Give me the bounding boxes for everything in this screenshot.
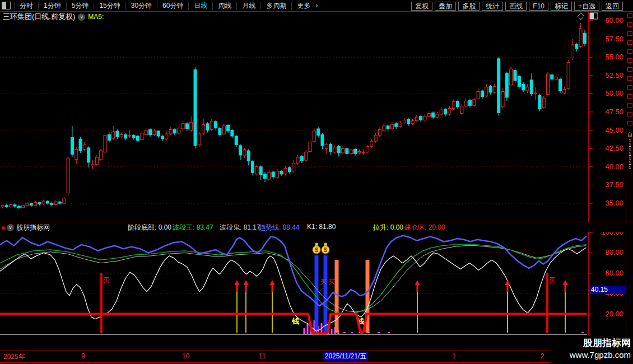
red-arrow-head: [244, 280, 249, 285]
candle-body: [185, 124, 188, 129]
toolbar-button-0[interactable]: 复权: [411, 2, 432, 11]
money-bag-icon: $: [315, 247, 318, 253]
ma5-label: MA5:: [88, 13, 104, 21]
indicator-field-1: 波段王: 83.47: [173, 223, 213, 232]
toolbar-button-2[interactable]: 多股: [458, 2, 480, 11]
candle-body: [387, 126, 389, 129]
side-strip-mark: [627, 103, 632, 108]
period-tab-9[interactable]: 多周期: [260, 2, 291, 10]
side-strip-mark: [627, 112, 632, 116]
toolbar-button-4[interactable]: 画线: [505, 2, 527, 11]
red-arrow-head: [270, 280, 275, 285]
candle-body: [79, 139, 82, 151]
candle-body: [22, 206, 25, 208]
period-tab-2[interactable]: 5分钟: [66, 2, 94, 10]
candle-body: [579, 29, 582, 46]
indicator-tick-label: 80.00: [605, 248, 623, 256]
price-tick-label: 55.00: [605, 53, 623, 61]
toolbar-button-1[interactable]: 叠加: [435, 2, 456, 11]
candle-body: [50, 203, 53, 205]
side-strip-mark: [627, 76, 632, 81]
candle-body: [202, 124, 205, 133]
candle-body: [390, 124, 393, 129]
chevron-down-icon[interactable]: ∨: [7, 224, 14, 231]
candle-body: [252, 162, 254, 173]
candle-body: [100, 151, 103, 160]
side-strip-mark: [627, 22, 632, 27]
candle-body: [378, 129, 381, 135]
candle-body: [137, 136, 139, 141]
indicator-name[interactable]: 股朋指标网: [16, 223, 50, 232]
buy-buy-label: 买买: [320, 278, 337, 286]
period-tab-7[interactable]: 周线: [212, 2, 236, 10]
candle-body: [145, 130, 147, 135]
candle-body: [124, 134, 127, 138]
money-bag-icon: [315, 243, 318, 246]
stock-title: 三环集团(日线.前复权): [3, 12, 75, 22]
candle-body: [518, 76, 520, 86]
side-strip-mark: [627, 58, 632, 63]
red-arrow-head: [415, 280, 420, 285]
candle-body: [141, 133, 143, 140]
split-screen-icon[interactable]: [2, 2, 11, 10]
candle-body: [1, 206, 4, 207]
right-side-panel-strip[interactable]: 自1111111: [626, 0, 633, 364]
watermark: 股朋指标网 www.7gpzb.com: [551, 335, 633, 364]
toolbar-button-6[interactable]: 标记: [551, 2, 572, 11]
toolbar-button-3[interactable]: 统计: [482, 2, 503, 11]
candle-body: [563, 90, 566, 94]
red-arrow-head: [505, 280, 510, 285]
chevron-right-icon[interactable]: ›: [315, 2, 321, 10]
candle-body: [292, 163, 295, 171]
chevron-down-icon[interactable]: ∨: [78, 13, 85, 21]
candle-body: [362, 152, 365, 153]
candle-body: [112, 132, 115, 138]
diamond-icon: [578, 13, 584, 20]
candle-body: [547, 74, 550, 95]
trading-app-window: 分时1分钟5分钟15分钟30分钟60分钟日线周线月线多周期更多 › 复权叠加多股…: [0, 0, 633, 364]
toolbar-buttons: 复权叠加多股统计画线F10标记+自选返回: [410, 1, 624, 11]
candle-body: [276, 171, 278, 178]
candle-body: [313, 131, 315, 141]
candle-body: [452, 102, 455, 109]
candle-body: [571, 45, 574, 58]
toolbar-button-8[interactable]: 返回: [602, 2, 623, 11]
candle-body: [427, 114, 430, 116]
period-tab-3[interactable]: 15分钟: [94, 2, 125, 10]
candle-body: [383, 126, 385, 130]
candle-body: [395, 124, 398, 127]
candle-body: [206, 124, 209, 130]
candle-body: [522, 84, 525, 90]
candle-body: [567, 62, 570, 88]
period-tab-4[interactable]: 30分钟: [125, 2, 157, 10]
date-axis-label-5: 2: [541, 352, 544, 360]
price-tick-label: 60.00: [605, 16, 623, 25]
period-tab-5[interactable]: 60分钟: [157, 2, 188, 10]
candle-body: [432, 113, 435, 117]
toolbar-button-7[interactable]: +自选: [574, 2, 599, 11]
candle-body: [235, 136, 238, 145]
candle-body: [120, 134, 123, 137]
period-tab-1[interactable]: 1分钟: [38, 2, 66, 10]
magenta-dot: [388, 332, 390, 333]
candle-body: [5, 206, 8, 207]
candle-body: [10, 205, 12, 207]
candle-body: [268, 172, 271, 179]
period-tab-8[interactable]: 月线: [236, 2, 260, 10]
toolbar-button-5[interactable]: F10: [529, 2, 548, 11]
side-strip-digit: 1: [629, 165, 631, 170]
candle-body: [104, 136, 106, 152]
candle-body: [284, 168, 287, 174]
candle-body: [165, 134, 168, 139]
price-tick-label: 52.50: [605, 71, 623, 80]
candle-body: [259, 167, 262, 175]
candle-body: [157, 131, 160, 136]
period-tab-6[interactable]: 日线: [188, 2, 212, 10]
candle-body: [420, 116, 422, 120]
candle-body: [337, 146, 340, 153]
chart-canvas[interactable]: 60.0057.5055.0052.5050.0047.5045.0042.50…: [0, 0, 633, 364]
period-tab-10[interactable]: 更多: [291, 2, 315, 10]
indicator-field-6: 建仓区: 20.00: [404, 223, 445, 232]
candle-body: [153, 131, 156, 135]
period-tab-0[interactable]: 分时: [14, 2, 38, 10]
